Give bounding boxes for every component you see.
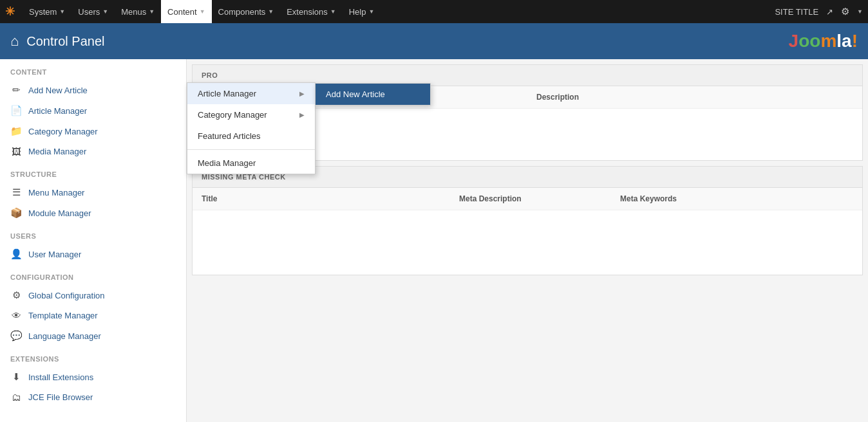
- nav-menus[interactable]: Menus ▼: [115, 0, 161, 23]
- external-link-icon: ↗: [826, 7, 833, 17]
- sidebar-section-structure: STRUCTURE: [0, 161, 186, 182]
- nav-extensions-label: Extensions: [287, 7, 328, 17]
- sidebar: CONTENT ✏ Add New Article 📄 Article Mana…: [0, 59, 187, 422]
- nav-menus-arrow: ▼: [149, 8, 155, 15]
- dropdown-category-manager[interactable]: Category Manager ▶: [187, 104, 315, 125]
- meta-table-empty: [193, 210, 862, 275]
- gear-icon[interactable]: ⚙: [841, 6, 849, 17]
- sidebar-item-menu-manager[interactable]: ☰ Menu Manager: [0, 182, 186, 203]
- joomla-brand: Joomla!: [789, 31, 858, 51]
- sidebar-item-template-manager[interactable]: 👁 Template Manager: [0, 306, 186, 326]
- page-title: Control Panel: [26, 34, 104, 49]
- nav-content-arrow: ▼: [200, 8, 205, 15]
- sidebar-item-language-manager[interactable]: 💬 Language Manager: [0, 326, 186, 346]
- sub-dropdown-add-new-article[interactable]: Add New Article: [316, 84, 430, 105]
- article-icon: 📄: [10, 105, 22, 116]
- dropdown-media-manager[interactable]: Media Manager: [187, 152, 315, 174]
- meta-table-columns: Title Meta Description Meta Keywords: [193, 188, 862, 210]
- nav-users-arrow: ▼: [102, 8, 108, 15]
- sidebar-section-content: CONTENT: [0, 59, 186, 80]
- nav-help-label: Help: [349, 7, 366, 17]
- sidebar-label-install-extensions: Install Extensions: [28, 372, 93, 382]
- sidebar-item-jce-file-browser[interactable]: 🗂 JCE File Browser: [0, 387, 186, 407]
- sidebar-label-global-configuration: Global Configuration: [28, 291, 105, 300]
- dropdown-article-manager-label: Article Manager: [198, 89, 256, 98]
- user-icon: 👤: [10, 248, 22, 260]
- dropdown-article-manager[interactable]: Article Manager ▶ Add New Article: [187, 83, 315, 104]
- nav-users-label: Users: [78, 7, 100, 17]
- nav-system[interactable]: System ▼: [23, 0, 71, 23]
- sidebar-item-module-manager[interactable]: 📦 Module Manager: [0, 203, 186, 223]
- dropdown-category-manager-label: Category Manager: [198, 110, 267, 120]
- sidebar-item-category-manager[interactable]: 📁 Category Manager: [0, 121, 186, 142]
- language-icon: 💬: [10, 330, 22, 342]
- sidebar-label-add-new-article: Add New Article: [28, 86, 88, 95]
- nav-components-label: Components: [218, 7, 266, 17]
- sidebar-section-users: USERS: [0, 223, 186, 244]
- meta-col-title: Title: [202, 194, 459, 203]
- nav-help-arrow: ▼: [368, 8, 374, 15]
- sidebar-label-article-manager: Article Manager: [28, 106, 87, 116]
- nav-content-label: Content: [167, 7, 197, 17]
- nav-items: System ▼ Users ▼ Menus ▼ Content ▼ Compo…: [23, 0, 775, 23]
- sidebar-section-extensions: EXTENSIONS: [0, 346, 186, 367]
- template-icon: 👁: [10, 310, 22, 321]
- folder-icon: 📁: [10, 125, 22, 137]
- header-bar: ⌂ Control Panel Joomla!: [0, 23, 868, 59]
- meta-col-meta-description: Meta Description: [459, 194, 620, 203]
- sidebar-label-user-manager: User Manager: [28, 250, 81, 259]
- joomla-nav-logo: ✳: [5, 5, 15, 19]
- sidebar-label-template-manager: Template Manager: [28, 311, 98, 320]
- nav-components[interactable]: Components ▼: [212, 0, 281, 23]
- dropdown-media-manager-label: Media Manager: [198, 158, 256, 168]
- dropdown-featured-articles[interactable]: Featured Articles: [187, 125, 315, 147]
- nav-help[interactable]: Help ▼: [343, 0, 381, 23]
- gear-arrow: ▼: [857, 8, 863, 15]
- nav-system-label: System: [29, 7, 57, 17]
- config-icon: ⚙: [10, 289, 22, 301]
- pencil-icon: ✏: [10, 84, 22, 96]
- home-icon[interactable]: ⌂: [10, 33, 19, 50]
- sidebar-section-configuration: CONFIGURATION: [0, 264, 186, 285]
- sidebar-label-menu-manager: Menu Manager: [28, 188, 84, 197]
- dropdown-article-manager-arrow: ▶: [299, 90, 305, 97]
- joomla-brand-text: Joomla!: [789, 31, 858, 51]
- col-description: Description: [536, 93, 853, 102]
- meta-col-meta-keywords: Meta Keywords: [620, 194, 853, 203]
- sidebar-label-language-manager: Language Manager: [28, 331, 101, 341]
- nav-extensions-arrow: ▼: [330, 8, 336, 15]
- file-browser-icon: 🗂: [10, 392, 22, 403]
- dropdown-separator: [187, 149, 315, 150]
- header-left: ⌂ Control Panel: [10, 33, 104, 50]
- sidebar-label-module-manager: Module Manager: [28, 208, 91, 218]
- nav-components-arrow: ▼: [268, 8, 274, 15]
- image-icon: 🖼: [10, 146, 22, 157]
- sidebar-item-article-manager[interactable]: 📄 Article Manager: [0, 100, 186, 121]
- sidebar-item-media-manager[interactable]: 🖼 Media Manager: [0, 142, 186, 161]
- dropdown-category-manager-arrow: ▶: [299, 111, 305, 118]
- content-dropdown: Article Manager ▶ Add New Article Catego…: [187, 82, 316, 174]
- install-icon: ⬇: [10, 371, 22, 383]
- sub-dropdown-article: Add New Article: [315, 83, 431, 106]
- nav-menus-label: Menus: [121, 7, 146, 17]
- sidebar-item-add-new-article[interactable]: ✏ Add New Article: [0, 80, 186, 100]
- nav-right: SITE TITLE ↗ ⚙ ▼: [775, 6, 863, 17]
- sidebar-item-user-manager[interactable]: 👤 User Manager: [0, 244, 186, 264]
- nav-extensions[interactable]: Extensions ▼: [280, 0, 343, 23]
- nav-users[interactable]: Users ▼: [71, 0, 115, 23]
- dropdown-featured-articles-label: Featured Articles: [198, 131, 261, 141]
- content-wrapper: CONTENT ✏ Add New Article 📄 Article Mana…: [0, 59, 868, 422]
- missing-meta-section: MISSING META CHECK Title Meta Descriptio…: [192, 166, 863, 275]
- nav-content[interactable]: Content ▼: [161, 0, 211, 23]
- menu-icon: ☰: [10, 187, 22, 198]
- sidebar-item-global-configuration[interactable]: ⚙ Global Configuration: [0, 285, 186, 306]
- sidebar-label-media-manager: Media Manager: [28, 147, 86, 156]
- top-navigation: ✳ System ▼ Users ▼ Menus ▼ Content ▼ Com…: [0, 0, 868, 23]
- sidebar-item-install-extensions[interactable]: ⬇ Install Extensions: [0, 367, 186, 387]
- sidebar-label-jce-file-browser: JCE File Browser: [28, 392, 93, 402]
- sidebar-label-category-manager: Category Manager: [28, 127, 98, 136]
- site-title[interactable]: SITE TITLE: [775, 7, 818, 17]
- module-icon: 📦: [10, 207, 22, 219]
- nav-system-arrow: ▼: [59, 8, 65, 15]
